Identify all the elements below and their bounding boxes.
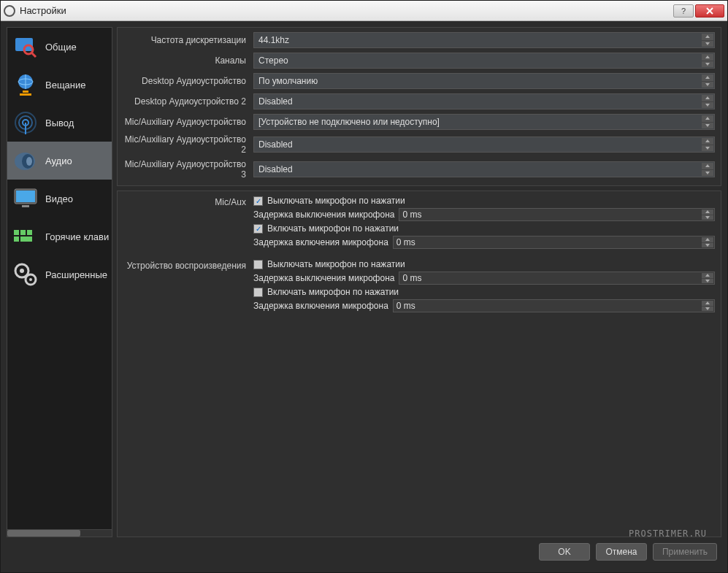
apply-button[interactable]: Применить <box>653 543 717 561</box>
select-value: Disabled <box>258 96 293 107</box>
delay-value: 0 ms <box>396 301 415 311</box>
select-value: Стерео <box>258 55 288 66</box>
ptt-mute-checkbox[interactable]: ✓ <box>253 260 263 269</box>
delay-spinner[interactable] <box>702 273 713 283</box>
mute-delay-row: Задержка выключения микрофона 0 ms <box>253 208 715 221</box>
svg-rect-24 <box>20 236 32 242</box>
select-spinner[interactable] <box>702 34 713 47</box>
spinner-up[interactable] <box>702 95 713 102</box>
help-button[interactable]: ? <box>673 4 694 18</box>
delay-label: Задержка включения микрофона <box>253 301 388 311</box>
spinner-down[interactable] <box>702 145 713 152</box>
ok-button[interactable]: OK <box>539 543 590 561</box>
spinner-down[interactable] <box>702 61 713 68</box>
sidebar-item-label: Общие <box>45 42 77 53</box>
spinner-up[interactable] <box>702 163 713 170</box>
sidebar-item-output[interactable]: Вывод <box>7 104 112 142</box>
unmute-delay-row: Задержка включения микрофона 0 ms <box>253 299 715 312</box>
sidebar-item-label: Горячие клави <box>45 231 109 242</box>
select-spinner[interactable] <box>702 163 713 176</box>
field-select[interactable]: [Устройство не подключено или недоступно… <box>253 114 715 130</box>
sidebar-item-advanced[interactable]: Расширенные <box>7 255 112 293</box>
audio-row: Desktop Аудиоустройство По умолчанию <box>123 73 715 89</box>
ptt-unmute-row: ✓ Включать микрофон по нажатии <box>253 287 715 297</box>
field-select[interactable]: Disabled <box>253 93 715 109</box>
spinner-down[interactable] <box>702 170 713 177</box>
watermark: PROSTRIMER.RU <box>629 528 707 539</box>
svg-line-4 <box>31 53 36 57</box>
select-spinner[interactable] <box>702 138 713 151</box>
delay-label: Задержка выключения микрофона <box>253 273 394 283</box>
sidebar-items: Общие Вещание <box>7 28 112 529</box>
sidebar-scrollbar[interactable] <box>7 529 112 537</box>
spinner-down[interactable] <box>702 243 713 248</box>
sidebar-item-audio[interactable]: Аудио <box>7 142 112 180</box>
field-select[interactable]: По умолчанию <box>253 73 715 89</box>
field-select[interactable]: Disabled <box>253 161 715 177</box>
sidebar-item-general[interactable]: Общие <box>7 28 112 66</box>
field-label: Mic/Auxiliary Аудиоустройство 2 <box>123 134 253 155</box>
sidebar-item-label: Расширенные <box>45 269 107 280</box>
ptt-section: Устройство воспроизведения ✓ Выключать м… <box>123 259 715 312</box>
field-label: Mic/Auxiliary Аудиоустройство 3 <box>123 159 253 180</box>
mute-delay-input[interactable]: 0 ms <box>399 208 715 221</box>
spinner-down[interactable] <box>702 102 713 109</box>
scrollbar-thumb[interactable] <box>7 530 80 537</box>
select-spinner[interactable] <box>702 74 713 88</box>
ptt-unmute-checkbox[interactable]: ✓ <box>253 224 263 234</box>
svg-rect-22 <box>27 230 32 235</box>
section-label: Устройство воспроизведения <box>123 259 253 312</box>
spinner-down[interactable] <box>702 279 713 284</box>
field-select[interactable]: 44.1khz <box>253 32 715 48</box>
spinner-down[interactable] <box>702 215 713 220</box>
close-icon <box>706 7 713 15</box>
spinner-up[interactable] <box>702 54 713 61</box>
select-value: Disabled <box>258 164 293 174</box>
audio-row: Каналы Стерео <box>123 53 715 69</box>
sidebar-item-stream[interactable]: Вещание <box>7 66 112 104</box>
app-icon <box>4 5 15 17</box>
delay-spinner[interactable] <box>702 209 713 220</box>
spinner-up[interactable] <box>702 237 713 243</box>
svg-point-16 <box>26 157 32 166</box>
spinner-up[interactable] <box>702 209 713 215</box>
spinner-down[interactable] <box>702 307 713 312</box>
unmute-delay-input[interactable]: 0 ms <box>393 236 715 249</box>
delay-spinner[interactable] <box>702 237 713 247</box>
unmute-delay-input[interactable]: 0 ms <box>393 299 715 312</box>
sidebar-item-video[interactable]: Видео <box>7 180 112 218</box>
settings-panel: Частота дискретизации 44.1khz Каналы Сте… <box>117 27 721 537</box>
section-label: Mic/Aux <box>123 196 253 249</box>
ptt-unmute-checkbox[interactable]: ✓ <box>253 288 263 297</box>
spinner-down[interactable] <box>702 82 713 88</box>
unmute-delay-row: Задержка включения микрофона 0 ms <box>253 236 715 249</box>
spinner-up[interactable] <box>702 115 713 123</box>
audio-row: Mic/Auxiliary Аудиоустройство [Устройств… <box>123 114 715 130</box>
mute-delay-input[interactable]: 0 ms <box>399 272 715 285</box>
ptt-mute-row: ✓ Выключать микрофон по нажатии <box>253 196 715 206</box>
spinner-down[interactable] <box>702 123 713 129</box>
cancel-button[interactable]: Отмена <box>596 543 647 561</box>
audio-ptt-group: Mic/Aux ✓ Выключать микрофон по нажатии … <box>117 191 721 537</box>
select-spinner[interactable] <box>702 115 713 128</box>
select-spinner[interactable] <box>702 95 713 108</box>
spinner-up[interactable] <box>702 34 713 41</box>
spinner-down[interactable] <box>702 41 713 47</box>
sidebar-item-label: Вещание <box>45 80 86 91</box>
delay-value: 0 ms <box>402 209 421 220</box>
close-button[interactable] <box>695 4 724 18</box>
field-select[interactable]: Стерео <box>253 53 715 69</box>
spinner-up[interactable] <box>702 74 713 82</box>
ptt-mute-checkbox[interactable]: ✓ <box>253 196 263 206</box>
spinner-up[interactable] <box>702 138 713 145</box>
audio-row: Частота дискретизации 44.1khz <box>123 32 715 48</box>
field-select[interactable]: Disabled <box>253 136 715 153</box>
spinner-up[interactable] <box>702 273 713 279</box>
svg-rect-8 <box>23 91 28 93</box>
select-spinner[interactable] <box>702 54 713 67</box>
ptt-mute-row: ✓ Выключать микрофон по нажатии <box>253 259 715 269</box>
sidebar-item-hotkeys[interactable]: Горячие клави <box>7 218 112 255</box>
audio-row: Desktop Аудиоустройство 2 Disabled <box>123 93 715 109</box>
spinner-up[interactable] <box>702 301 713 307</box>
delay-spinner[interactable] <box>702 301 713 311</box>
